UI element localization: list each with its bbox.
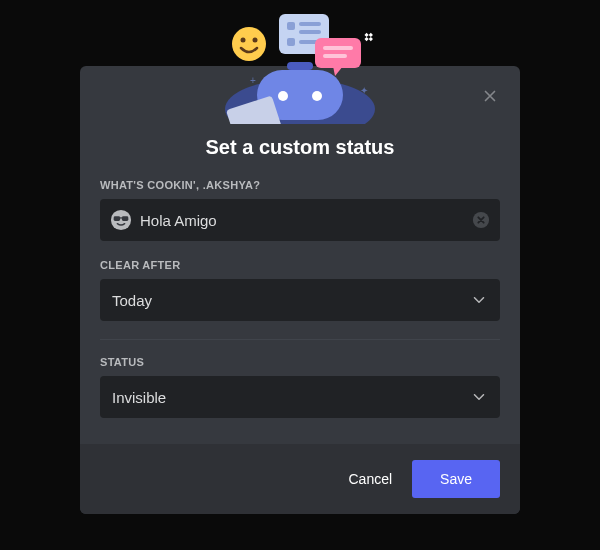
status-select-value: Invisible xyxy=(112,389,166,406)
svg-point-17 xyxy=(241,38,246,43)
clear-after-field-group: CLEAR AFTER Today xyxy=(100,259,500,321)
svg-rect-24 xyxy=(120,217,122,218)
svg-marker-13 xyxy=(333,66,343,76)
svg-text:✦: ✦ xyxy=(360,85,368,96)
status-select-label: STATUS xyxy=(100,356,500,368)
clear-after-value: Today xyxy=(112,292,152,309)
save-button[interactable]: Save xyxy=(412,460,500,498)
status-field-group: STATUS Invisible xyxy=(100,356,500,418)
svg-rect-10 xyxy=(287,38,295,46)
clear-circle-icon xyxy=(472,211,490,229)
modal-title: Set a custom status xyxy=(100,136,500,159)
status-text-field-group: WHAT'S COOKIN', .AKSHYA? xyxy=(100,179,500,241)
svg-rect-7 xyxy=(287,22,295,30)
custom-status-modal: + ✦ Set a custom status WHAT'S COOKIN', … xyxy=(80,66,520,514)
svg-point-18 xyxy=(253,38,258,43)
close-icon xyxy=(481,87,499,105)
svg-point-3 xyxy=(312,91,322,101)
cancel-button[interactable]: Cancel xyxy=(342,461,398,497)
status-select[interactable]: Invisible xyxy=(100,376,500,418)
svg-point-2 xyxy=(278,91,288,101)
emoji-picker-button[interactable] xyxy=(110,209,132,231)
status-illustration: + ✦ xyxy=(205,4,395,124)
close-button[interactable] xyxy=(478,84,502,108)
status-text-input[interactable] xyxy=(140,212,472,229)
prompt-label: WHAT'S COOKIN', .AKSHYA? xyxy=(100,179,500,191)
clear-after-label: CLEAR AFTER xyxy=(100,259,500,271)
svg-rect-22 xyxy=(114,216,120,221)
clear-input-button[interactable] xyxy=(472,211,490,229)
svg-rect-9 xyxy=(299,30,321,34)
svg-point-16 xyxy=(232,27,266,61)
svg-rect-15 xyxy=(323,54,347,58)
svg-rect-8 xyxy=(299,22,321,26)
divider xyxy=(100,339,500,340)
smiley-sunglasses-icon xyxy=(110,209,132,231)
modal-footer: Cancel Save xyxy=(80,444,520,514)
chevron-down-icon xyxy=(470,388,488,406)
svg-rect-14 xyxy=(323,46,353,50)
svg-text:+: + xyxy=(250,75,256,86)
status-input-container xyxy=(100,199,500,241)
chevron-down-icon xyxy=(470,291,488,309)
clear-after-select[interactable]: Today xyxy=(100,279,500,321)
svg-rect-12 xyxy=(315,38,361,68)
svg-rect-4 xyxy=(287,62,313,70)
svg-rect-23 xyxy=(122,216,128,221)
